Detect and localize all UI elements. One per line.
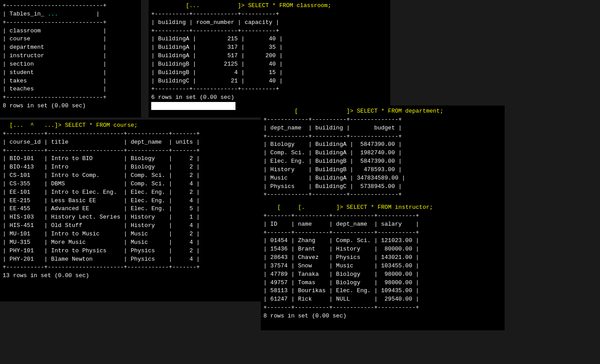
tables-content: +----------------------------+ | Tables_… bbox=[3, 2, 138, 110]
tables-panel: +----------------------------+ | Tables_… bbox=[0, 0, 141, 117]
course-panel: [... ^ ...]> SELECT * FROM course; +----… bbox=[0, 120, 262, 301]
department-content: [ ]> SELECT * FROM department; +--------… bbox=[263, 107, 502, 199]
classroom-content: [... ]> SELECT * FROM classroom; +------… bbox=[151, 2, 388, 110]
instructor-panel: [ [. ]> SELECT * FROM instructor; +-----… bbox=[261, 202, 505, 330]
classroom-panel: [... ]> SELECT * FROM classroom; +------… bbox=[149, 0, 390, 117]
input-bar[interactable] bbox=[151, 102, 235, 110]
instructor-content: [ [. ]> SELECT * FROM instructor; +-----… bbox=[263, 204, 502, 321]
course-content: [... ^ ...]> SELECT * FROM course; +----… bbox=[3, 121, 259, 280]
department-panel: [ ]> SELECT * FROM department; +--------… bbox=[261, 106, 505, 205]
